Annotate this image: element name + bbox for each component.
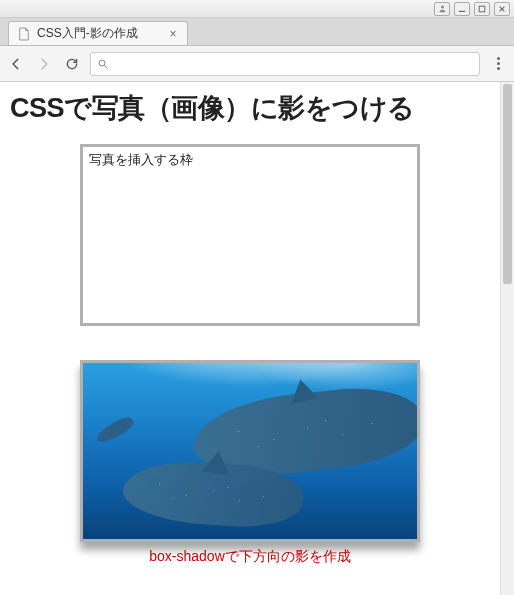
kebab-dot-icon — [497, 62, 500, 65]
svg-point-5 — [99, 60, 105, 66]
scrollbar-thumb[interactable] — [503, 84, 512, 284]
frame-label: 写真を挿入する枠 — [89, 152, 193, 167]
photo-caption: box-shadowで下方向の影を作成 — [10, 548, 490, 566]
search-icon — [97, 58, 109, 70]
kebab-dot-icon — [497, 57, 500, 60]
reload-button[interactable] — [62, 54, 82, 74]
photo-placeholder-frame: 写真を挿入する枠 — [80, 144, 420, 326]
back-button[interactable] — [6, 54, 26, 74]
page-heading: CSSで写真（画像）に影をつける — [10, 90, 490, 126]
forward-button[interactable] — [34, 54, 54, 74]
browser-tabstrip: CSS入門-影の作成 × — [0, 18, 514, 46]
address-bar[interactable] — [90, 52, 480, 76]
svg-line-6 — [105, 65, 108, 68]
browser-toolbar — [0, 46, 514, 82]
window-minimize-button[interactable] — [454, 2, 470, 16]
vertical-scrollbar[interactable] — [500, 82, 514, 595]
svg-point-0 — [441, 6, 444, 9]
photo-with-shadow — [80, 360, 420, 542]
tab-close-button[interactable]: × — [167, 28, 179, 40]
page-content: CSSで写真（画像）に影をつける 写真を挿入する枠 box-shadowで下方向… — [0, 82, 500, 595]
address-input[interactable] — [115, 57, 473, 71]
browser-menu-button[interactable] — [488, 54, 508, 74]
window-titlebar — [0, 0, 514, 18]
window-close-button[interactable] — [494, 2, 510, 16]
svg-rect-2 — [479, 6, 485, 12]
window-user-button[interactable] — [434, 2, 450, 16]
tab-favicon-icon — [17, 27, 31, 41]
tab-title: CSS入門-影の作成 — [37, 25, 161, 42]
browser-tab[interactable]: CSS入門-影の作成 × — [8, 21, 188, 45]
window-maximize-button[interactable] — [474, 2, 490, 16]
kebab-dot-icon — [497, 67, 500, 70]
browser-viewport: CSSで写真（画像）に影をつける 写真を挿入する枠 box-shadowで下方向… — [0, 82, 514, 595]
